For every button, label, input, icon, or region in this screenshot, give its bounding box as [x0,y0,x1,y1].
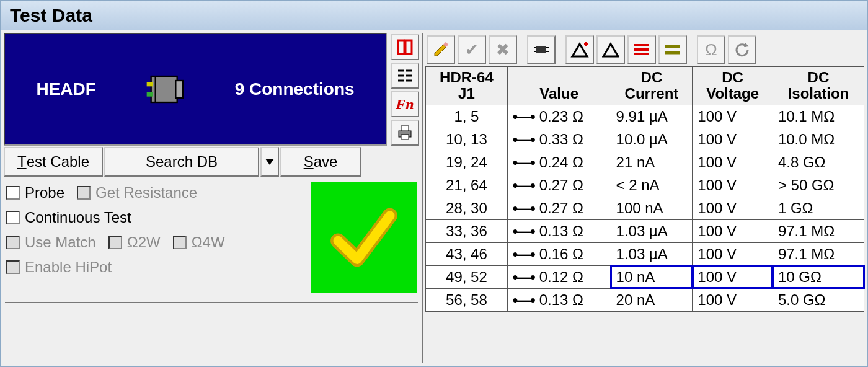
resistance-icon: •—• [513,245,534,262]
right-pane: ✔ ✖ Ω [422,33,864,363]
connector-name: HEADF [36,79,95,99]
component-button[interactable] [527,35,556,64]
cell-voltage: 100 V [693,219,773,242]
left-pane: HEADF 9 Connections [4,33,419,363]
cell-voltage: 100 V [693,174,773,197]
confirm-button[interactable]: ✔ [458,35,486,64]
svg-marker-27 [603,44,618,56]
list-button[interactable] [391,63,419,89]
table-row[interactable]: 1, 5•—•0.23 Ω9.91 µA100 V10.1 MΩ [426,105,864,128]
svg-rect-3 [146,92,152,97]
ohm2w-label: Ω2W [127,234,161,251]
probe-checkbox-row: Probe [6,184,64,201]
svg-rect-32 [643,44,645,46]
cell-value: •—•0.16 Ω [507,242,611,265]
continuous-test-label: Continuous Test [25,209,131,226]
cell-voltage: 100 V [693,128,773,151]
continuous-test-checkbox[interactable] [6,211,20,224]
cell-voltage: 100 V [693,265,773,288]
probe-checkbox[interactable] [6,186,20,200]
cell-value: •—•0.27 Ω [507,174,611,197]
cell-voltage: 100 V [693,242,773,265]
svg-rect-6 [405,40,412,54]
col-isolation: DCIsolation [773,67,864,105]
cell-isolation: 4.8 GΩ [773,151,864,174]
delta-icon [602,42,619,58]
table-row[interactable]: 43, 46•—•0.16 Ω1.03 µA100 V97.1 MΩ [426,242,864,265]
delta-plus-button[interactable] [565,35,594,64]
refresh-icon [734,42,750,58]
search-db-dropdown[interactable] [260,147,279,177]
table-body: 1, 5•—•0.23 Ω9.91 µA100 V10.1 MΩ10, 13•—… [426,105,864,311]
search-db-button[interactable]: Search DB [104,147,259,177]
col-value: Value [507,67,611,105]
cell-current: 21 nA [611,151,693,174]
lines-olive-button[interactable] [658,35,687,64]
cell-isolation: 5.0 GΩ [773,288,864,311]
compare-button[interactable] [391,34,419,60]
ohm-button[interactable]: Ω [697,35,725,64]
cell-pins: 19, 24 [426,151,508,174]
check-icon: ✔ [465,40,479,60]
test-cable-mnemonic: T [17,153,27,170]
window: Test Data HEADF 9 Connections [0,0,868,367]
use-match-label: Use Match [25,234,96,251]
cell-isolation: 1 GΩ [773,197,864,219]
svg-marker-24 [572,44,587,56]
cancel-button[interactable]: ✖ [489,35,517,64]
refresh-button[interactable] [728,35,756,64]
svg-rect-19 [536,46,546,53]
cell-current: 10.0 µA [611,128,693,151]
print-button[interactable] [391,120,419,146]
cell-current: 10 nA [611,265,693,288]
svg-rect-14 [401,126,409,131]
cell-current: 100 nA [611,197,693,219]
lines-red-icon [633,43,650,56]
x-icon: ✖ [496,40,510,60]
cell-current: 1.03 µA [611,219,693,242]
edit-button[interactable] [427,35,455,64]
cell-isolation: 10.0 MΩ [773,128,864,151]
ohm4w-checkbox [173,236,187,249]
resistance-icon: •—• [513,108,534,125]
cell-voltage: 100 V [693,197,773,219]
enable-hipot-row: Enable HiPot [6,259,303,276]
delta-plus-icon [570,42,589,58]
enable-hipot-label: Enable HiPot [25,259,112,276]
fn-button[interactable]: Fn [391,91,419,117]
table-row[interactable]: 19, 24•—•0.24 Ω21 nA100 V4.8 GΩ [426,151,864,174]
side-toolbar: Fn [391,33,419,146]
lines-red-button[interactable] [627,35,656,64]
svg-rect-31 [638,48,640,51]
cell-voltage: 100 V [693,288,773,311]
cell-pins: 56, 58 [426,288,508,311]
delta-button[interactable] [596,35,625,64]
table-row[interactable]: 56, 58•—•0.13 Ω20 nA100 V5.0 GΩ [426,288,864,311]
cell-isolation: 97.1 MΩ [773,219,864,242]
chevron-down-icon [265,159,274,165]
cell-value: •—•0.12 Ω [507,265,611,288]
resistance-icon: •—• [513,200,534,216]
resistance-icon: •—• [513,268,534,285]
table-row[interactable]: 33, 36•—•0.13 Ω1.03 µA100 V97.1 MΩ [426,219,864,242]
resistance-icon: •—• [513,177,534,193]
probe-label: Probe [25,184,64,201]
svg-rect-2 [146,82,152,86]
table-toolbar: ✔ ✖ Ω [425,33,864,66]
cell-value: •—•0.13 Ω [507,288,611,311]
get-resistance-checkbox [77,186,91,200]
options-col: Probe Get Resistance Continuous Test [6,182,303,293]
table-row[interactable]: 21, 64•—•0.27 Ω< 2 nA100 V> 50 GΩ [426,174,864,197]
cell-pins: 28, 30 [426,197,508,219]
table-row[interactable]: 28, 30•—•0.27 Ω100 nA100 V1 GΩ [426,197,864,219]
get-resistance-row: Get Resistance [77,184,197,201]
cell-pins: 10, 13 [426,128,508,151]
test-cable-button[interactable]: Test Cable [4,147,103,177]
save-label: ave [314,153,338,170]
table-row[interactable]: 10, 13•—•0.33 Ω10.0 µA100 V10.0 MΩ [426,128,864,151]
table-row[interactable]: 49, 52•—•0.12 Ω10 nA100 V10 GΩ [426,265,864,288]
cell-current: 1.03 µA [611,242,693,265]
ohm4w-label: Ω4W [192,234,225,251]
save-button[interactable]: Save [280,147,361,177]
cell-pins: 21, 64 [426,174,508,197]
